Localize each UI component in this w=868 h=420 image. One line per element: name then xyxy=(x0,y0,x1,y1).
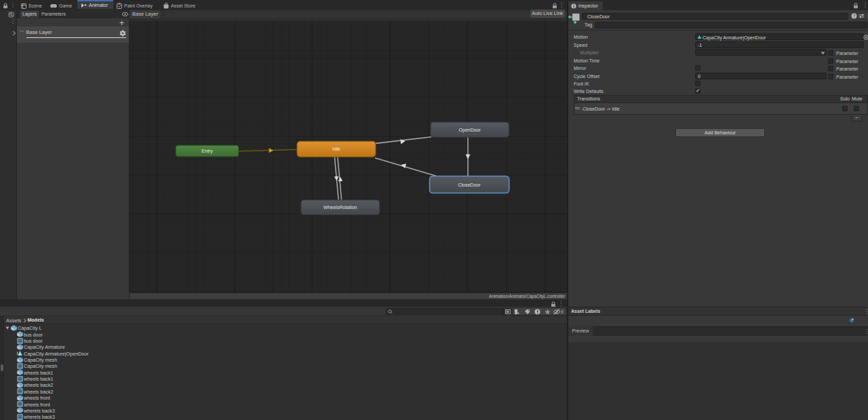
svg-text:Idle: Idle xyxy=(332,147,340,151)
svg-text:WheelsRotation: WheelsRotation xyxy=(323,205,357,210)
svg-text:OpenDoor: OpenDoor xyxy=(459,128,481,133)
svg-text:?: ? xyxy=(853,14,856,18)
svg-text:Entry: Entry xyxy=(201,149,213,154)
svg-text:CloseDoor: CloseDoor xyxy=(458,183,481,187)
